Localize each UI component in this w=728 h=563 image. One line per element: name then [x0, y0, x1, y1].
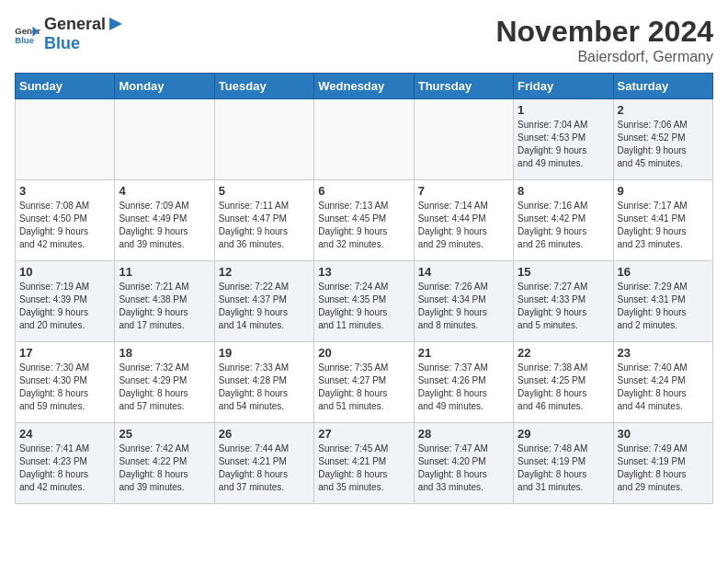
- day-info: Sunrise: 7:37 AM Sunset: 4:26 PM Dayligh…: [418, 362, 509, 413]
- calendar-cell: 9Sunrise: 7:17 AM Sunset: 4:41 PM Daylig…: [613, 180, 712, 261]
- weekday-header-row: SundayMondayTuesdayWednesdayThursdayFrid…: [16, 74, 713, 99]
- calendar-cell: 18Sunrise: 7:32 AM Sunset: 4:29 PM Dayli…: [115, 342, 214, 423]
- day-number: 15: [518, 265, 609, 279]
- day-number: 18: [119, 346, 210, 360]
- calendar-cell: 16Sunrise: 7:29 AM Sunset: 4:31 PM Dayli…: [613, 261, 712, 342]
- day-info: Sunrise: 7:30 AM Sunset: 4:30 PM Dayligh…: [19, 362, 110, 413]
- header: General Blue General Blue November 2024 …: [15, 15, 713, 65]
- day-number: 3: [19, 184, 110, 198]
- calendar-week-row: 3Sunrise: 7:08 AM Sunset: 4:50 PM Daylig…: [16, 180, 713, 261]
- day-info: Sunrise: 7:21 AM Sunset: 4:38 PM Dayligh…: [119, 281, 210, 332]
- logo-arrow-icon: [108, 16, 124, 32]
- day-number: 17: [19, 346, 110, 360]
- calendar-cell: 11Sunrise: 7:21 AM Sunset: 4:38 PM Dayli…: [115, 261, 214, 342]
- day-info: Sunrise: 7:38 AM Sunset: 4:25 PM Dayligh…: [518, 362, 609, 413]
- day-info: Sunrise: 7:09 AM Sunset: 4:49 PM Dayligh…: [119, 200, 210, 251]
- day-number: 26: [219, 427, 310, 441]
- month-title: November 2024: [495, 15, 713, 49]
- calendar-cell: [314, 99, 414, 180]
- day-info: Sunrise: 7:27 AM Sunset: 4:33 PM Dayligh…: [518, 281, 609, 332]
- day-number: 16: [618, 265, 709, 279]
- calendar-table: SundayMondayTuesdayWednesdayThursdayFrid…: [15, 73, 713, 504]
- svg-marker-3: [109, 17, 122, 30]
- calendar-week-row: 24Sunrise: 7:41 AM Sunset: 4:23 PM Dayli…: [16, 423, 713, 504]
- calendar-cell: 28Sunrise: 7:47 AM Sunset: 4:20 PM Dayli…: [414, 423, 513, 504]
- day-number: 22: [518, 346, 609, 360]
- calendar-cell: 21Sunrise: 7:37 AM Sunset: 4:26 PM Dayli…: [414, 342, 513, 423]
- calendar-cell: 2Sunrise: 7:06 AM Sunset: 4:52 PM Daylig…: [613, 99, 712, 180]
- calendar-cell: 3Sunrise: 7:08 AM Sunset: 4:50 PM Daylig…: [16, 180, 115, 261]
- calendar-cell: 23Sunrise: 7:40 AM Sunset: 4:24 PM Dayli…: [613, 342, 712, 423]
- day-number: 13: [318, 265, 409, 279]
- day-info: Sunrise: 7:42 AM Sunset: 4:22 PM Dayligh…: [119, 442, 210, 494]
- day-info: Sunrise: 7:29 AM Sunset: 4:31 PM Dayligh…: [618, 281, 709, 332]
- calendar-cell: [414, 99, 513, 180]
- weekday-header-thursday: Thursday: [414, 74, 513, 99]
- day-number: 5: [219, 184, 310, 198]
- calendar-cell: 1Sunrise: 7:04 AM Sunset: 4:53 PM Daylig…: [514, 99, 613, 180]
- day-number: 21: [418, 346, 509, 360]
- calendar-cell: 25Sunrise: 7:42 AM Sunset: 4:22 PM Dayli…: [115, 423, 214, 504]
- logo-blue-text: Blue: [44, 34, 80, 52]
- day-info: Sunrise: 7:04 AM Sunset: 4:53 PM Dayligh…: [518, 119, 609, 170]
- day-info: Sunrise: 7:19 AM Sunset: 4:39 PM Dayligh…: [19, 281, 110, 332]
- day-info: Sunrise: 7:41 AM Sunset: 4:23 PM Dayligh…: [19, 442, 110, 494]
- calendar-cell: 19Sunrise: 7:33 AM Sunset: 4:28 PM Dayli…: [214, 342, 313, 423]
- calendar-cell: [214, 99, 313, 180]
- weekday-header-monday: Monday: [115, 74, 214, 99]
- day-info: Sunrise: 7:48 AM Sunset: 4:19 PM Dayligh…: [518, 442, 609, 494]
- day-info: Sunrise: 7:26 AM Sunset: 4:34 PM Dayligh…: [418, 281, 509, 332]
- day-number: 4: [119, 184, 210, 198]
- day-info: Sunrise: 7:44 AM Sunset: 4:21 PM Dayligh…: [219, 442, 310, 494]
- weekday-header-friday: Friday: [514, 74, 613, 99]
- day-number: 23: [618, 346, 709, 360]
- day-info: Sunrise: 7:49 AM Sunset: 4:19 PM Dayligh…: [618, 442, 709, 494]
- calendar-cell: 26Sunrise: 7:44 AM Sunset: 4:21 PM Dayli…: [214, 423, 313, 504]
- calendar-cell: 13Sunrise: 7:24 AM Sunset: 4:35 PM Dayli…: [314, 261, 414, 342]
- calendar-cell: 22Sunrise: 7:38 AM Sunset: 4:25 PM Dayli…: [514, 342, 613, 423]
- day-info: Sunrise: 7:08 AM Sunset: 4:50 PM Dayligh…: [19, 200, 110, 251]
- day-number: 30: [618, 427, 709, 441]
- day-number: 14: [418, 265, 509, 279]
- day-info: Sunrise: 7:22 AM Sunset: 4:37 PM Dayligh…: [219, 281, 310, 332]
- calendar-cell: 30Sunrise: 7:49 AM Sunset: 4:19 PM Dayli…: [613, 423, 712, 504]
- calendar-cell: 12Sunrise: 7:22 AM Sunset: 4:37 PM Dayli…: [214, 261, 313, 342]
- location-title: Baiersdorf, Germany: [495, 49, 713, 65]
- day-info: Sunrise: 7:33 AM Sunset: 4:28 PM Dayligh…: [219, 362, 310, 413]
- title-area: November 2024 Baiersdorf, Germany: [495, 15, 713, 65]
- calendar-cell: 15Sunrise: 7:27 AM Sunset: 4:33 PM Dayli…: [514, 261, 613, 342]
- calendar-cell: 14Sunrise: 7:26 AM Sunset: 4:34 PM Dayli…: [414, 261, 513, 342]
- day-number: 27: [318, 427, 409, 441]
- calendar-cell: 8Sunrise: 7:16 AM Sunset: 4:42 PM Daylig…: [514, 180, 613, 261]
- day-info: Sunrise: 7:47 AM Sunset: 4:20 PM Dayligh…: [418, 442, 509, 494]
- day-number: 9: [618, 184, 709, 198]
- day-number: 28: [418, 427, 509, 441]
- day-number: 6: [318, 184, 409, 198]
- day-info: Sunrise: 7:35 AM Sunset: 4:27 PM Dayligh…: [318, 362, 409, 413]
- calendar-cell: 27Sunrise: 7:45 AM Sunset: 4:21 PM Dayli…: [314, 423, 414, 504]
- day-number: 19: [219, 346, 310, 360]
- calendar-cell: 4Sunrise: 7:09 AM Sunset: 4:49 PM Daylig…: [115, 180, 214, 261]
- day-info: Sunrise: 7:16 AM Sunset: 4:42 PM Dayligh…: [518, 200, 609, 251]
- calendar-cell: 5Sunrise: 7:11 AM Sunset: 4:47 PM Daylig…: [214, 180, 313, 261]
- calendar-cell: 6Sunrise: 7:13 AM Sunset: 4:45 PM Daylig…: [314, 180, 414, 261]
- calendar-week-row: 17Sunrise: 7:30 AM Sunset: 4:30 PM Dayli…: [16, 342, 713, 423]
- calendar-cell: 7Sunrise: 7:14 AM Sunset: 4:44 PM Daylig…: [414, 180, 513, 261]
- day-info: Sunrise: 7:13 AM Sunset: 4:45 PM Dayligh…: [318, 200, 409, 251]
- calendar-cell: [115, 99, 214, 180]
- day-info: Sunrise: 7:45 AM Sunset: 4:21 PM Dayligh…: [318, 442, 409, 494]
- logo-general-text: General: [44, 15, 106, 34]
- day-info: Sunrise: 7:14 AM Sunset: 4:44 PM Dayligh…: [418, 200, 509, 251]
- calendar-cell: [16, 99, 115, 180]
- calendar-week-row: 1Sunrise: 7:04 AM Sunset: 4:53 PM Daylig…: [16, 99, 713, 180]
- day-number: 10: [19, 265, 110, 279]
- day-number: 7: [418, 184, 509, 198]
- svg-text:Blue: Blue: [15, 35, 34, 44]
- day-number: 29: [518, 427, 609, 441]
- logo-icon: General Blue: [15, 24, 40, 44]
- weekday-header-sunday: Sunday: [16, 74, 115, 99]
- logo: General Blue General Blue: [15, 15, 124, 53]
- calendar-cell: 17Sunrise: 7:30 AM Sunset: 4:30 PM Dayli…: [16, 342, 115, 423]
- day-number: 2: [618, 103, 709, 117]
- day-info: Sunrise: 7:11 AM Sunset: 4:47 PM Dayligh…: [219, 200, 310, 251]
